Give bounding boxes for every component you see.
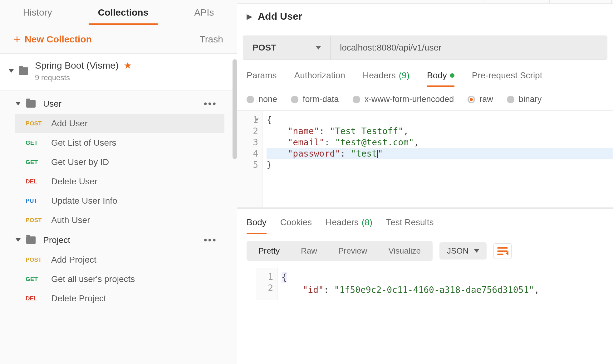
resp-tab-headers[interactable]: Headers (8)	[326, 217, 372, 234]
seg-visualize[interactable]: Visualize	[378, 242, 431, 260]
resp-tab-test-results[interactable]: Test Results	[386, 217, 434, 234]
method-badge: GET	[26, 276, 43, 283]
request-label: Delete Project	[51, 294, 106, 303]
caret-down-icon[interactable]	[16, 238, 21, 242]
tab-headers[interactable]: Headers (9)	[363, 70, 409, 87]
trash-link[interactable]: Trash	[199, 34, 223, 45]
request-tabs: Params Authorization Headers (9) Body Pr…	[237, 60, 613, 87]
code-token: "test@test.com"	[335, 137, 414, 148]
radio-icon	[247, 96, 254, 103]
format-dropdown[interactable]: JSON	[439, 242, 487, 260]
tab-body[interactable]: Body	[427, 70, 454, 87]
resp-headers-count: (8)	[362, 217, 372, 227]
request-update-user[interactable]: PUT Update User Info	[0, 191, 237, 211]
tab-history[interactable]: History	[13, 0, 61, 25]
code-token: "password"	[287, 148, 340, 159]
radio-none[interactable]: none	[247, 95, 277, 104]
request-label: Get all user's projects	[51, 274, 135, 284]
seg-raw[interactable]: Raw	[290, 242, 328, 260]
request-label: Delete User	[51, 177, 97, 187]
radio-icon	[291, 96, 298, 103]
url-input[interactable]: localhost:8080/api/v1/user	[331, 36, 607, 60]
folder-project[interactable]: Project •••	[0, 230, 237, 250]
code-token: "test	[351, 148, 377, 159]
editor-gutter: 1 2	[256, 268, 278, 300]
main: ▶ Add User POST localhost:8080/api/v1/us…	[237, 0, 613, 364]
radio-icon	[507, 96, 514, 103]
request-delete-project[interactable]: DEL Delete Project	[0, 289, 237, 308]
star-icon[interactable]: ★	[124, 60, 132, 71]
seg-preview[interactable]: Preview	[328, 242, 378, 260]
code-token: "	[378, 148, 383, 159]
method-badge: POST	[26, 120, 43, 127]
caret-down-icon[interactable]	[9, 69, 14, 73]
seg-pretty[interactable]: Pretty	[248, 242, 290, 260]
request-tree: User ••• POST Add User GET Get List of U…	[0, 90, 237, 308]
folder-more-icon[interactable]: •••	[204, 234, 217, 246]
tab-prerequest[interactable]: Pre-request Script	[472, 70, 542, 87]
sidebar: History Collections APIs + New Collectio…	[0, 0, 237, 364]
folder-label: User	[43, 99, 61, 109]
folder-icon	[26, 236, 36, 244]
response-tabs: Body Cookies Headers (8) Test Results	[237, 209, 613, 234]
method-badge: GET	[26, 139, 43, 146]
method-badge: PUT	[26, 197, 43, 204]
request-get-all-projects[interactable]: GET Get all user's projects	[0, 269, 237, 289]
folder-label: Project	[43, 235, 70, 245]
resp-tab-cookies[interactable]: Cookies	[280, 217, 312, 234]
request-body-editor[interactable]: 1 2 3 4 5 { "name": "Test Testoff", "ema…	[237, 111, 613, 207]
request-delete-user[interactable]: DEL Delete User	[0, 172, 237, 191]
tab-apis[interactable]: APIs	[185, 0, 223, 25]
tab-body-label: Body	[427, 70, 447, 80]
request-add-project[interactable]: POST Add Project	[0, 250, 237, 269]
editor-code[interactable]: { "name": "Test Testoff", "email": "test…	[263, 111, 613, 207]
editor-code[interactable]: { "id": "1f50e9c2-0c11-4160-a318-dae756d…	[278, 268, 613, 300]
collection-request-count: 9 requests	[35, 73, 132, 82]
caret-right-icon[interactable]: ▶	[247, 12, 252, 21]
sidebar-tabs: History Collections APIs	[0, 0, 237, 25]
radio-urlencoded[interactable]: x-www-form-urlencoded	[353, 95, 454, 104]
chevron-down-icon	[316, 46, 321, 50]
new-collection-label: New Collection	[25, 34, 92, 45]
request-label: Add User	[51, 119, 88, 129]
tab-params[interactable]: Params	[247, 70, 277, 87]
format-dropdown-value: JSON	[447, 246, 468, 256]
method-select[interactable]: POST	[243, 36, 331, 60]
wrap-lines-button[interactable]	[493, 243, 512, 259]
caret-down-icon[interactable]	[16, 102, 21, 105]
folder-user[interactable]: User •••	[0, 94, 237, 114]
scrollbar[interactable]	[233, 59, 237, 159]
code-token: "id"	[302, 285, 323, 295]
collection: Spring Boot (Visme) ★ 9 requests	[0, 54, 237, 90]
radio-binary[interactable]: binary	[507, 95, 542, 104]
request-get-list-users[interactable]: GET Get List of Users	[0, 133, 237, 153]
method-badge: DEL	[26, 178, 43, 185]
body-type-row: none form-data x-www-form-urlencoded raw…	[237, 87, 613, 111]
resp-tab-body[interactable]: Body	[247, 217, 267, 234]
radio-form-data[interactable]: form-data	[291, 95, 339, 104]
collection-header[interactable]: Spring Boot (Visme) ★ 9 requests	[0, 54, 237, 90]
folder-more-icon[interactable]: •••	[204, 98, 217, 109]
request-add-user[interactable]: POST Add User	[15, 114, 224, 133]
tab-authorization[interactable]: Authorization	[294, 70, 345, 87]
response-body-editor[interactable]: 1 2 { "id": "1f50e9c2-0c11-4160-a318-dae…	[237, 268, 613, 300]
code-token: {	[282, 272, 287, 283]
radio-icon	[353, 96, 360, 103]
fold-icon[interactable]	[255, 119, 259, 121]
folder-icon	[19, 67, 28, 75]
radio-label: none	[258, 95, 277, 104]
request-auth-user[interactable]: POST Auth User	[0, 211, 237, 230]
headers-count: (9)	[399, 70, 409, 80]
response-toolbar: Pretty Raw Preview Visualize JSON	[237, 234, 613, 268]
code-token: {	[267, 115, 272, 125]
new-collection-button[interactable]: + New Collection	[14, 34, 92, 45]
sidebar-actions: + New Collection Trash	[0, 25, 237, 54]
request-get-user-by-id[interactable]: GET Get User by ID	[0, 153, 237, 172]
request-label: Update User Info	[51, 196, 117, 206]
method-badge: GET	[26, 159, 43, 166]
radio-label: binary	[519, 95, 542, 104]
radio-raw[interactable]: raw	[468, 95, 493, 104]
radio-label: form-data	[303, 95, 339, 104]
tab-collections[interactable]: Collections	[89, 0, 158, 25]
tab-headers-label: Headers	[363, 70, 396, 80]
